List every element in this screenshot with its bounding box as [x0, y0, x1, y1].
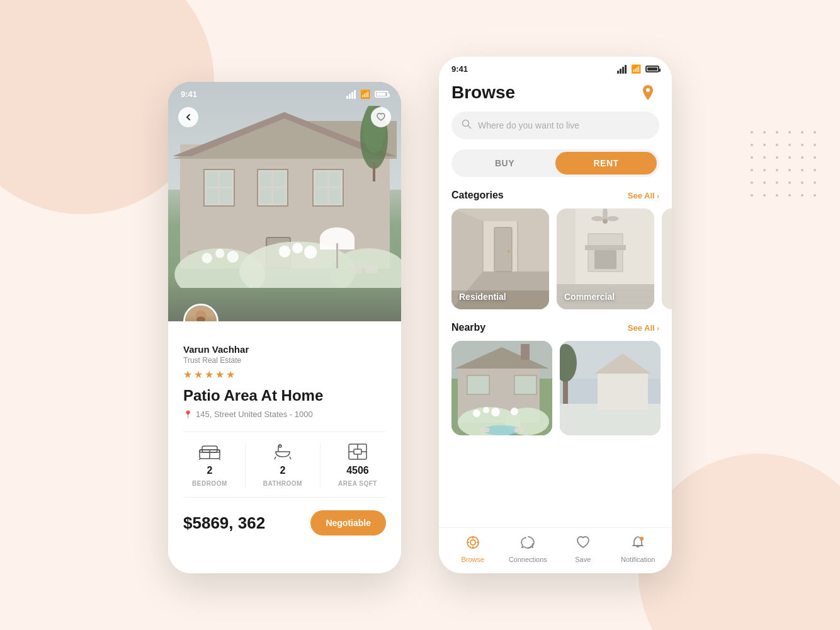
bathroom-label: BATHROOM	[263, 480, 302, 487]
bedroom-stat: 2 BEDROOM	[192, 442, 227, 487]
time-left: 9:41	[181, 89, 197, 99]
svg-rect-98	[467, 375, 489, 394]
svg-point-106	[511, 408, 518, 415]
svg-marker-38	[191, 118, 378, 156]
tab-buy-button[interactable]: BUY	[454, 152, 555, 175]
wifi-icon-left: 📶	[360, 89, 370, 99]
tab-row: BUY RENT	[451, 149, 659, 177]
svg-point-44	[227, 251, 239, 263]
address-pin-icon: 📍	[183, 410, 193, 419]
bedroom-label: BEDROOM	[192, 480, 227, 487]
status-bar-left: 9:41 📶	[168, 89, 401, 99]
nav-save[interactable]: Save	[555, 536, 611, 563]
svg-rect-68	[354, 449, 361, 454]
svg-point-43	[215, 249, 224, 258]
svg-rect-76	[494, 227, 512, 272]
signal-icon-right	[617, 65, 627, 74]
nearby-card-1[interactable]	[451, 341, 552, 435]
nav-save-label: Save	[575, 556, 591, 563]
location-pin-button[interactable]	[637, 81, 659, 104]
svg-point-87	[591, 216, 604, 221]
svg-rect-50	[373, 163, 375, 181]
status-bar-right: 9:41 📶	[439, 57, 672, 76]
svg-marker-93	[557, 209, 576, 284]
area-stat: 4506 AREA SQFT	[338, 442, 377, 487]
browse-header: Browse	[439, 76, 672, 112]
svg-point-77	[508, 250, 510, 253]
svg-point-42	[201, 253, 212, 263]
bottom-nav: Browse Connections Save	[439, 527, 672, 573]
status-icons-right: 📶	[617, 64, 659, 74]
svg-point-69	[646, 88, 650, 92]
bathroom-count: 2	[280, 465, 285, 476]
tab-rent-button[interactable]: RENT	[555, 152, 657, 175]
nearby-card-2[interactable]	[560, 341, 661, 435]
svg-point-124	[640, 537, 644, 541]
save-icon	[576, 536, 590, 553]
nav-notification[interactable]: Notification	[611, 536, 666, 563]
svg-rect-109	[514, 428, 524, 432]
nearby-row	[439, 341, 672, 435]
search-icon	[462, 119, 472, 132]
favorite-button[interactable]	[371, 107, 391, 127]
connections-icon	[521, 536, 535, 553]
nav-browse-label: Browse	[461, 556, 484, 563]
property-stats: 2 BEDROOM 2 BATHROOM	[183, 432, 386, 498]
nav-browse[interactable]: Browse	[445, 536, 501, 563]
star-3: ★	[205, 369, 213, 381]
wifi-icon-right: 📶	[631, 64, 641, 74]
nav-connections[interactable]: Connections	[501, 536, 556, 563]
nav-notification-label: Notification	[621, 556, 655, 563]
area-icon	[345, 442, 370, 461]
svg-point-47	[304, 246, 317, 259]
area-label: AREA SQFT	[338, 480, 377, 487]
categories-row: Residential	[439, 209, 672, 322]
back-button[interactable]	[178, 107, 198, 127]
property-details: Varun Vachhar Trust Real Estate ★ ★ ★ ★ …	[168, 321, 401, 573]
area-count: 4506	[346, 465, 369, 476]
svg-line-71	[468, 126, 472, 129]
svg-point-45	[279, 246, 291, 258]
battery-icon-right	[645, 66, 659, 72]
status-icons-left: 📶	[346, 89, 389, 99]
categories-see-all[interactable]: See All ›	[628, 191, 659, 200]
category-partial	[662, 209, 672, 309]
property-title: Patio Area At Home	[183, 387, 386, 404]
battery-icon-left	[375, 91, 389, 98]
stat-divider-2	[320, 442, 321, 487]
notification-icon	[631, 536, 645, 553]
nearby-see-all[interactable]: See All ›	[628, 323, 659, 333]
search-placeholder: Where do you want to live	[478, 120, 579, 130]
commercial-label: Commercial	[564, 292, 615, 302]
negotiable-button[interactable]: Negotiable	[310, 510, 386, 536]
category-commercial[interactable]: Commercial	[557, 209, 654, 309]
browse-title: Browse	[451, 83, 515, 103]
star-1: ★	[183, 369, 192, 381]
svg-point-70	[463, 120, 469, 127]
phone-right: 9:41 📶 Browse	[439, 57, 672, 573]
svg-point-46	[292, 243, 302, 254]
search-bar[interactable]: Where do you want to live	[451, 112, 659, 139]
svg-rect-85	[594, 250, 616, 269]
property-price: $5869, 362	[183, 513, 265, 533]
star-2: ★	[194, 369, 203, 381]
nav-connections-label: Connections	[509, 556, 547, 563]
category-residential[interactable]: Residential	[451, 209, 549, 309]
svg-point-118	[470, 540, 475, 545]
bath-icon	[270, 442, 295, 461]
svg-line-60	[275, 457, 276, 459]
star-5: ★	[226, 369, 235, 381]
rating-stars: ★ ★ ★ ★ ★	[183, 369, 386, 381]
categories-title: Categories	[451, 190, 504, 201]
residential-label: Residential	[459, 292, 506, 302]
chevron-right-icon: ›	[657, 192, 659, 200]
time-right: 9:41	[451, 64, 468, 74]
star-4: ★	[215, 369, 224, 381]
svg-rect-108	[480, 428, 489, 432]
stat-divider-1	[245, 442, 246, 487]
categories-header: Categories See All ›	[439, 190, 672, 209]
svg-point-105	[491, 408, 500, 416]
svg-point-62	[279, 445, 281, 447]
signal-icon-left	[346, 90, 356, 99]
bathroom-stat: 2 BATHROOM	[263, 442, 302, 487]
